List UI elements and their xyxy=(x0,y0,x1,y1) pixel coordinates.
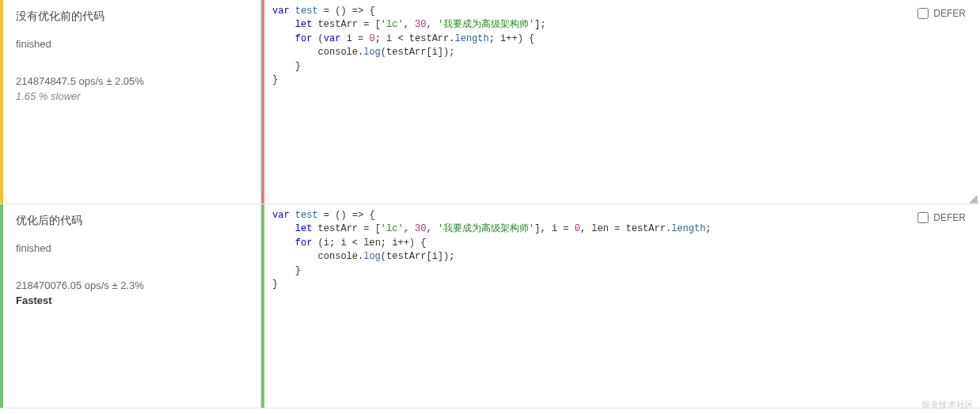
code-editor[interactable]: var test = () => { let testArr = ['lc', … xyxy=(264,0,980,203)
test-title: 优化后的代码 xyxy=(16,214,245,228)
test-title: 没有优化前的代码 xyxy=(16,9,245,24)
code-panel: var test = () => { let testArr = ['lc', … xyxy=(261,0,980,203)
test-note: 1.65 % slower xyxy=(16,90,245,102)
test-row: 优化后的代码finished218470076.05 ops/s ± 2.3%F… xyxy=(0,204,980,408)
test-info-panel: 优化后的代码finished218470076.05 ops/s ± 2.3%F… xyxy=(0,204,261,408)
defer-toggle[interactable]: DEFER xyxy=(917,8,966,19)
resize-handle[interactable]: ◢ xyxy=(969,192,978,202)
test-status: finished xyxy=(16,242,245,254)
test-note: Fastest xyxy=(16,294,245,306)
defer-toggle[interactable]: DEFER xyxy=(917,212,966,223)
code-panel: var test = () => { let testArr = ['lc', … xyxy=(261,204,980,408)
defer-label: DEFER xyxy=(933,8,966,19)
test-row: 没有优化前的代码finished214874847.5 ops/s ± 2.05… xyxy=(0,0,980,204)
test-info-panel: 没有优化前的代码finished214874847.5 ops/s ± 2.05… xyxy=(0,0,261,203)
defer-checkbox[interactable] xyxy=(917,212,929,223)
test-ops: 218470076.05 ops/s ± 2.3% xyxy=(16,279,245,291)
status-indicator xyxy=(0,0,3,203)
test-status: finished xyxy=(16,38,245,50)
test-ops: 214874847.5 ops/s ± 2.05% xyxy=(16,75,245,87)
code-editor[interactable]: var test = () => { let testArr = ['lc', … xyxy=(264,204,980,408)
status-indicator xyxy=(0,204,3,408)
defer-checkbox[interactable] xyxy=(917,8,929,19)
defer-label: DEFER xyxy=(933,212,966,223)
